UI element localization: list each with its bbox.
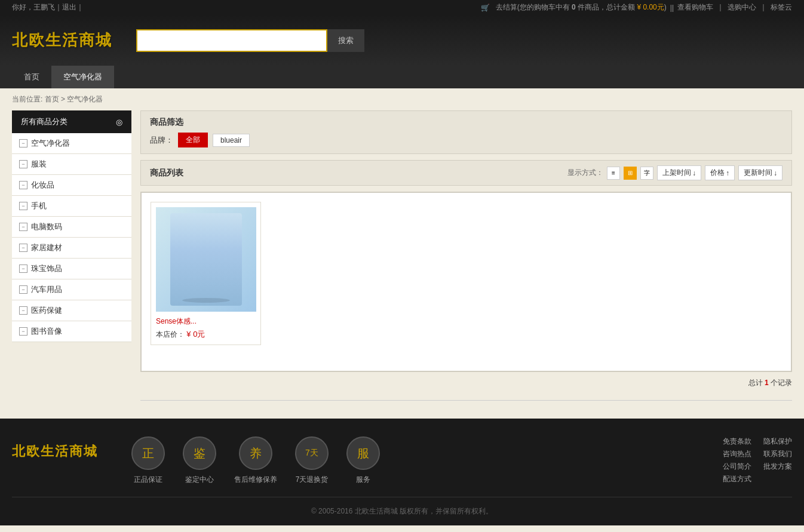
total-number: 1 [765,379,769,387]
sidebar-item-label: 手机 [31,201,47,211]
badge-service-label: 服务 [356,475,370,485]
view-list-btn[interactable]: ≡ [607,167,620,180]
sort-price-dir: ↑ [726,169,729,177]
badge-genuine-label: 正品保证 [134,475,162,485]
sidebar-item-label: 图书音像 [31,326,62,337]
filter-brand-all[interactable]: 全部 [178,133,208,147]
sort-update-btn[interactable]: 更新时间 ↓ [738,165,782,180]
sidebar-item-label: 服装 [31,159,47,170]
nav-bar: 首页 空气净化器 [0,66,804,88]
select-center-link[interactable]: 选购中心 [728,2,756,13]
sidebar-item-label: 汽车用品 [31,284,62,295]
footer-link-disclaimer[interactable]: 免责条款 [723,436,751,447]
footer-badge-appraise: 鉴 鉴定中心 [183,436,216,485]
sidebar: 所有商品分类 ◎ － 空气净化器 － 服装 － 化妆品 － 手机 － 电脑数码 … [12,110,131,407]
footer-link-hotline[interactable]: 咨询热点 [723,449,751,459]
content-divider [140,400,792,401]
top-bar-right: 🛒 去结算(您的购物车中有 0 件商品，总计金额 ¥ 0.00元) || 查看购… [481,2,792,13]
filter-row: 品牌： 全部 blueair [150,133,782,147]
logo: 北欧生活商城 [12,30,112,51]
footer: 北欧生活商城 正 正品保证 鉴 鉴定中心 养 售后维修保养 7天 7天退换货 服… [0,419,804,525]
search-button[interactable]: 搜索 [327,29,364,52]
filter-brand-label: 品牌： [150,135,173,146]
filter-bar: 商品筛选 品牌： 全部 blueair [140,110,792,154]
sort-price-btn[interactable]: 价格 ↑ [705,165,735,180]
total-count: 总计 1 个记录 [140,372,792,394]
footer-badge-return: 7天 7天退换货 [295,436,329,485]
filter-brand-blueair[interactable]: blueair [213,134,250,147]
sep3: ｜ [760,2,767,13]
nav-item-home[interactable]: 首页 [12,66,51,88]
content-area: 商品筛选 品牌： 全部 blueair 商品列表 显示方式： ≡ ⊞ 字 上架时… [140,110,792,407]
sidebar-item-label: 化妆品 [31,180,54,190]
badge-appraise-icon: 鉴 [183,436,216,470]
sidebar-collapse-icon: － [19,244,27,252]
product-card[interactable]: Sense体感... 本店价： ¥ 0元 [151,202,261,345]
badge-return-label: 7天退换货 [296,475,329,485]
greeting-text: 你好，王鹏飞｜退出｜ [12,3,84,11]
sidebar-item-label: 医药保健 [31,305,62,316]
search-area: 搜索 [136,29,375,52]
sidebar-item-label: 珠宝饰品 [31,263,62,274]
footer-link-wholesale[interactable]: 批发方案 [763,462,792,472]
footer-link-privacy[interactable]: 隐私保护 [763,436,792,447]
badge-appraise-label: 鉴定中心 [185,475,214,485]
sidebar-item-jewelry[interactable]: － 珠宝饰品 [12,259,131,279]
breadcrumb-prefix: 当前位置: [12,95,42,103]
search-input[interactable] [136,29,327,52]
product-name: Sense体感... [156,316,256,327]
product-panel: Sense体感... 本店价： ¥ 0元 [140,192,792,372]
breadcrumb-home[interactable]: 首页 [45,95,59,103]
sep2: ｜ [717,2,724,13]
top-bar: 你好，王鹏飞｜退出｜ 🛒 去结算(您的购物车中有 0 件商品，总计金额 ¥ 0.… [0,0,804,15]
sidebar-collapse-icon: － [19,202,27,210]
footer-link-contact[interactable]: 联系我们 [763,449,792,459]
sidebar-collapse-icon: － [19,223,27,231]
total-label: 总计 [748,379,763,387]
footer-badge-service: 服 服务 [346,436,380,485]
sidebar-collapse-icon: － [19,181,27,189]
product-list-header: 商品列表 显示方式： ≡ ⊞ 字 上架时间 ↓ 价格 ↑ 更新时间 ↓ [140,160,792,186]
sort-price-label: 价格 [710,168,725,178]
view-grid-btn[interactable]: ⊞ [624,167,637,180]
product-price-row: 本店价： ¥ 0元 [156,329,256,340]
sort-update-dir: ↓ [774,169,777,177]
sidebar-item-health[interactable]: － 医药保健 [12,300,131,321]
tag-cloud-link[interactable]: 标签云 [771,2,792,13]
top-bar-greeting: 你好，王鹏飞｜退出｜ [12,2,84,13]
footer-logo: 北欧生活商城 [12,436,108,460]
filter-title: 商品筛选 [150,117,782,128]
sidebar-item-auto[interactable]: － 汽车用品 [12,279,131,300]
sidebar-item-cosmetics[interactable]: － 化妆品 [12,175,131,196]
sidebar-item-books[interactable]: － 图书音像 [12,321,131,342]
product-image-inner [170,213,242,306]
badge-return-icon: 7天 [295,436,329,470]
sidebar-item-electronics[interactable]: － 电脑数码 [12,217,131,238]
badge-service-icon: 服 [346,436,380,470]
sort-time-btn[interactable]: 上架时间 ↓ [657,165,701,180]
sidebar-item-airpurifier[interactable]: － 空气净化器 [12,133,131,154]
view-cart-link[interactable]: 查看购物车 [677,2,713,13]
sidebar-collapse-icon: － [19,139,27,147]
nav-item-airpurifier[interactable]: 空气净化器 [51,66,114,88]
view-text-btn[interactable]: 字 [640,167,653,180]
sidebar-item-home-materials[interactable]: － 家居建材 [12,238,131,259]
sort-update-label: 更新时间 [744,168,772,178]
sidebar-title-icon: ◎ [116,118,122,127]
header: 北欧生活商城 搜索 [0,15,804,66]
badge-repair-label: 售后维修保养 [234,475,277,485]
footer-badge-genuine: 正 正品保证 [131,436,165,485]
sidebar-item-label: 电脑数码 [31,222,62,232]
product-price-label: 本店价： [156,330,185,339]
sidebar-title: 所有商品分类 ◎ [12,110,131,133]
sidebar-item-clothing[interactable]: － 服装 [12,154,131,175]
copyright-text: © 2005-2016 北欧生活商城 版权所有，并保留所有权利。 [311,507,493,515]
separator: || [670,4,674,12]
cart-icon: 🛒 [481,4,490,12]
sidebar-collapse-icon: － [19,160,27,168]
footer-link-about[interactable]: 公司简介 [723,462,751,472]
sidebar-item-phone[interactable]: － 手机 [12,196,131,217]
display-mode-label: 显示方式： [567,168,603,178]
footer-link-delivery[interactable]: 配送方式 [723,474,751,484]
product-price: ¥ 0元 [186,330,205,339]
